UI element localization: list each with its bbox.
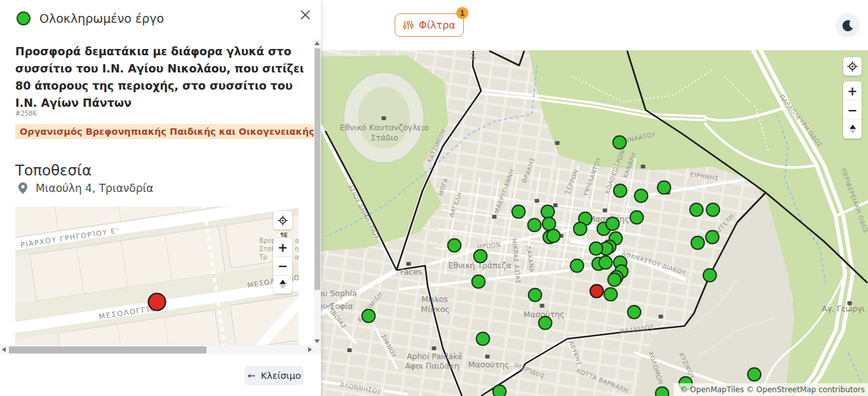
project-id: #2586 <box>15 110 37 117</box>
top-bar: Φίλτρα 1 <box>321 0 868 50</box>
filters-badge: 1 <box>456 7 468 19</box>
poi-icon <box>492 215 497 219</box>
project-marker[interactable] <box>574 222 587 236</box>
horizontal-scrollbar-thumb[interactable] <box>9 346 207 353</box>
project-marker[interactable] <box>362 310 376 323</box>
selected-project-marker[interactable] <box>590 285 604 298</box>
status-label: Ολοκληρωμένο έργο <box>39 11 164 25</box>
project-panel: Ολοκληρωμένο έργο Προσφορά δεματάκια με … <box>0 0 321 396</box>
filters-label: Φίλτρα <box>419 19 456 31</box>
project-marker[interactable] <box>528 219 541 232</box>
project-marker[interactable] <box>656 387 669 396</box>
project-marker[interactable] <box>477 332 490 346</box>
poi-icon <box>553 203 558 207</box>
close-icon[interactable] <box>300 10 311 20</box>
poi-icon <box>540 304 545 308</box>
zoom-in-button[interactable]: + <box>843 81 862 100</box>
project-marker[interactable] <box>512 205 526 219</box>
project-marker[interactable] <box>707 203 720 217</box>
project-marker[interactable] <box>614 184 627 198</box>
scroll-up-icon[interactable] <box>315 41 320 45</box>
vertical-scrollbar[interactable] <box>314 39 321 345</box>
svg-text:αι: αι <box>295 237 299 244</box>
project-marker[interactable] <box>748 368 761 381</box>
map-attribution: © OpenMapTiles © OpenStreetMap contribut… <box>674 383 868 396</box>
filters-button[interactable]: Φίλτρα 1 <box>395 13 464 37</box>
place-label: Μίσκος <box>421 304 449 314</box>
project-marker[interactable] <box>448 239 461 252</box>
selected-project-marker <box>149 294 166 311</box>
location-address: Μιαούλη 4, Τριανδρία <box>36 182 154 195</box>
project-title: Προσφορά δεματάκια με διάφορα γλυκά στοσ… <box>15 43 306 112</box>
locate-button[interactable] <box>843 57 862 76</box>
zoom-out-button[interactable]: − <box>843 100 862 119</box>
organization-link[interactable]: Οργανισμός Βρεφονηπιακής Παιδικής και Οι… <box>15 124 315 139</box>
svg-text:ημ: ημ <box>295 245 299 252</box>
place-label: ου Sophía <box>321 289 357 298</box>
project-marker[interactable] <box>706 231 719 244</box>
place-label: Aphoi Paidákē <box>407 352 463 361</box>
project-marker[interactable] <box>658 181 671 195</box>
poi-icon <box>382 116 386 120</box>
project-marker[interactable] <box>571 259 584 273</box>
mini-pitch-toggle-button[interactable] <box>273 276 292 294</box>
place-label: Αγ. Γεώργι <box>822 304 865 313</box>
svg-text:¶E: ¶E <box>280 232 288 238</box>
project-marker[interactable] <box>529 289 542 302</box>
scroll-right-icon[interactable] <box>308 347 312 352</box>
mini-map[interactable]: ΡΙΆΡΧΟΥ ΓΡΗΓΟΡΊΟΥ Ε' ΜΕΣΟΛΟΓΓΊΟΥ ΜΕΣΟΛΟΓ… <box>15 207 299 345</box>
place-label: ου Σοφία <box>321 301 353 311</box>
project-marker[interactable] <box>474 250 487 263</box>
project-marker[interactable] <box>606 217 620 231</box>
back-arrow-icon: ← <box>247 371 255 381</box>
project-marker[interactable] <box>547 229 560 243</box>
place-label: Μασούτης <box>468 360 510 369</box>
poi-icon <box>535 199 539 203</box>
place-label: Εθνικό Καυτανζόγλειο <box>340 123 429 132</box>
place-label: Στάδιο <box>370 133 398 142</box>
project-marker[interactable] <box>691 236 705 250</box>
place-label: Faces <box>400 267 423 277</box>
dark-mode-toggle[interactable] <box>836 13 860 38</box>
pitch-up-icon <box>850 125 856 129</box>
project-marker[interactable] <box>599 256 613 270</box>
poi-icon <box>555 141 560 145</box>
project-marker[interactable] <box>628 306 641 319</box>
filters-icon <box>403 20 414 30</box>
close-panel-button[interactable]: ← Κλείσιμο <box>245 366 304 385</box>
svg-text:Τρ: Τρ <box>259 254 267 261</box>
svg-text:αι: αι <box>295 254 299 261</box>
project-marker[interactable] <box>493 385 506 396</box>
scroll-left-icon[interactable] <box>2 347 6 352</box>
project-marker[interactable] <box>608 273 621 287</box>
panel-header: Ολοκληρωμένο έργο <box>17 11 164 25</box>
place-label: Αφοι Παιδάκη <box>405 361 459 371</box>
project-marker[interactable] <box>604 288 618 301</box>
vertical-scrollbar-thumb[interactable] <box>315 48 320 290</box>
poi-icon <box>432 346 437 350</box>
project-marker[interactable] <box>539 317 552 330</box>
project-marker[interactable] <box>543 217 556 231</box>
mini-zoom-out-button[interactable]: − <box>273 257 292 275</box>
pitch-down-icon <box>850 130 856 134</box>
project-marker[interactable] <box>703 269 717 282</box>
project-marker[interactable] <box>690 203 703 217</box>
project-marker[interactable] <box>630 211 644 224</box>
scroll-down-icon[interactable] <box>315 339 320 343</box>
pitch-toggle-button[interactable] <box>843 120 862 139</box>
project-marker[interactable] <box>541 205 555 219</box>
main-map[interactable]: ΑΓΙΟΥ ΔΗΜΗΤΡΙΟΥΚΑΤΣΙΜΙΔΗΚΑΤΣΙΜΙΔΗΜΠΓΑΔΑΓ… <box>321 50 868 396</box>
moon-icon <box>841 19 855 32</box>
mini-zoom-in-button[interactable]: + <box>273 238 292 257</box>
project-marker[interactable] <box>613 136 627 149</box>
location-heading: Τοποθεσία <box>15 162 92 179</box>
mini-locate-button[interactable] <box>273 211 292 229</box>
poi-icon <box>485 355 490 358</box>
status-completed-icon <box>17 11 31 25</box>
horizontal-scrollbar[interactable] <box>0 345 314 354</box>
project-marker[interactable] <box>590 242 603 256</box>
location-pin-icon <box>18 182 27 194</box>
project-marker[interactable] <box>472 275 485 289</box>
poi-icon <box>603 208 607 212</box>
project-marker[interactable] <box>635 189 648 203</box>
